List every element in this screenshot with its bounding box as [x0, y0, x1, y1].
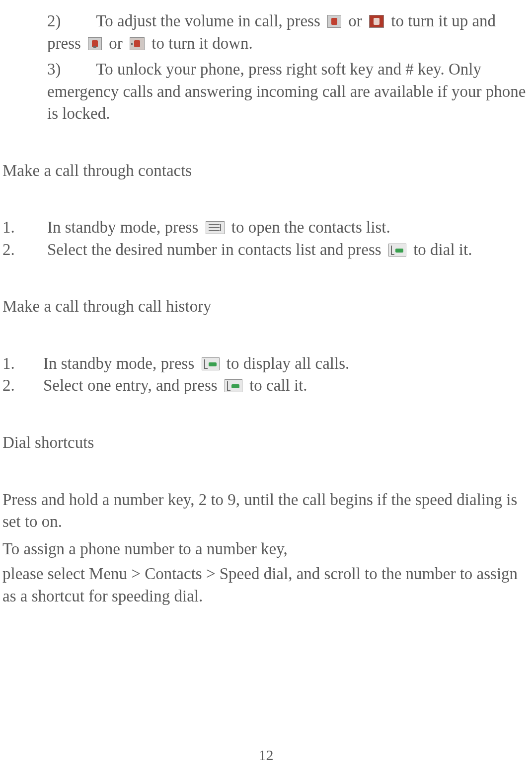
heading-text: Dial shortcuts: [2, 433, 94, 451]
step-number: 1.: [2, 352, 43, 375]
list-item-2-number: 2): [47, 12, 61, 30]
heading-contacts: Make a call through contacts: [2, 160, 528, 182]
volume-down-key-icon-1: [88, 37, 102, 50]
text-fragment: to call it.: [249, 376, 307, 394]
text-fragment: Select the desired number in contacts li…: [47, 241, 385, 258]
history-step-1: 1. In standby mode, press to display all…: [2, 352, 528, 375]
step-body: Select the desired number in contacts li…: [47, 239, 528, 261]
heading-history: Make a call through call history: [2, 295, 528, 318]
text-fragment: or: [348, 12, 366, 30]
svg-rect-6: [93, 46, 96, 48]
heading-text: Make a call through call history: [2, 297, 212, 315]
contacts-key-icon: [206, 221, 225, 234]
svg-rect-3: [374, 18, 380, 25]
text-fragment: In standby mode, press: [43, 354, 199, 372]
shortcuts-p1: Press and hold a number key, 2 to 9, unt…: [2, 489, 528, 533]
volume-down-key-icon-2: [130, 37, 145, 50]
svg-rect-1: [331, 18, 337, 25]
shortcuts-p2: To assign a phone number to a number key…: [2, 538, 528, 560]
call-key-icon: [225, 379, 242, 392]
call-key-icon: [388, 244, 406, 257]
text-fragment: To adjust the volume in call, press: [96, 12, 324, 30]
text-fragment: In standby mode, press: [47, 218, 203, 236]
svg-rect-16: [231, 384, 239, 388]
step-body: In standby mode, press to open the conta…: [47, 216, 528, 239]
list-item-3-text: 3) To unlock your phone, press right sof…: [47, 58, 528, 125]
list-item-3-number: 3): [47, 60, 61, 78]
list-item-2: 2) To adjust the volume in call, press o…: [47, 10, 528, 54]
heading-shortcuts: Dial shortcuts: [2, 431, 528, 454]
contacts-steps: 1. In standby mode, press to open the co…: [2, 216, 528, 260]
history-step-2: 2. Select one entry, and press to call i…: [2, 374, 528, 397]
list-item-3: 3) To unlock your phone, press right sof…: [47, 58, 528, 125]
step-body: Select one entry, and press to call it.: [43, 374, 528, 397]
text-fragment: to turn it down.: [152, 34, 253, 52]
text-fragment: to display all calls.: [227, 354, 349, 372]
svg-rect-12: [395, 249, 403, 253]
volume-up-key-icon-1: [327, 15, 341, 28]
call-key-icon: [202, 357, 220, 370]
step-number: 2.: [2, 239, 47, 261]
history-steps: 1. In standby mode, press to display all…: [2, 352, 528, 397]
svg-rect-5: [92, 40, 98, 47]
list-item-2-text: 2) To adjust the volume in call, press o…: [47, 10, 528, 54]
page: 2) To adjust the volume in call, press o…: [0, 0, 532, 775]
contacts-step-2: 2. Select the desired number in contacts…: [2, 239, 528, 261]
step-body: In standby mode, press to display all ca…: [43, 352, 528, 375]
svg-rect-9: [134, 40, 140, 47]
step-number: 1.: [2, 216, 47, 239]
svg-rect-8: [131, 43, 133, 45]
svg-rect-14: [209, 362, 217, 366]
shortcuts-body: Press and hold a number key, 2 to 9, unt…: [2, 489, 528, 607]
text-fragment: or: [109, 34, 127, 52]
heading-text: Make a call through contacts: [2, 162, 192, 179]
text-fragment: to open the contacts list.: [231, 218, 390, 236]
contacts-step-1: 1. In standby mode, press to open the co…: [2, 216, 528, 239]
step-number: 2.: [2, 374, 43, 397]
text-fragment: To unlock your phone, press right soft k…: [47, 60, 526, 122]
text-fragment: Select one entry, and press: [43, 376, 222, 394]
text-fragment: to dial it.: [413, 241, 472, 258]
shortcuts-p3: please select Menu > Contacts > Speed di…: [2, 563, 528, 607]
page-number: 12: [0, 745, 532, 766]
volume-up-key-icon-2: [369, 15, 384, 28]
